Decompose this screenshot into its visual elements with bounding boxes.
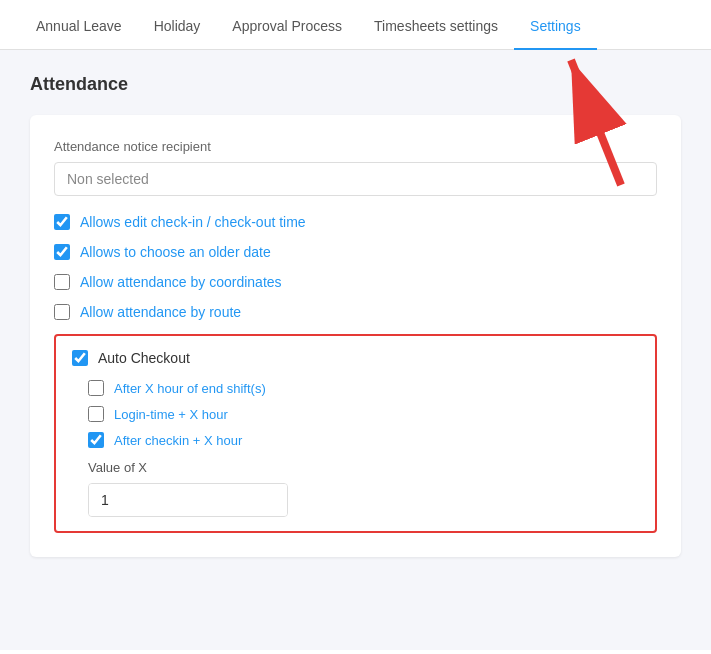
value-x-section: Value of X Hour [72,460,639,517]
tab-settings[interactable]: Settings [514,0,597,50]
checkbox-end-shift[interactable] [88,380,104,396]
auto-checkout-header: Auto Checkout [72,350,639,366]
settings-card: Attendance notice recipient Non selected… [30,115,681,557]
section-title: Attendance [30,74,681,95]
checkbox-label-coordinates[interactable]: Allow attendance by coordinates [80,274,282,290]
auto-checkout-label[interactable]: Auto Checkout [98,350,190,366]
checkbox-route[interactable] [54,304,70,320]
checkbox-row-edit-checkin: Allows edit check-in / check-out time [54,214,657,230]
sub-row-end-shift: After X hour of end shift(s) [72,380,639,396]
label-end-shift[interactable]: After X hour of end shift(s) [114,381,266,396]
value-x-input[interactable] [89,484,288,516]
checkbox-label-edit-checkin[interactable]: Allows edit check-in / check-out time [80,214,306,230]
label-login-time[interactable]: Login-time + X hour [114,407,228,422]
checkbox-row-older-date: Allows to choose an older date [54,244,657,260]
checkbox-label-route[interactable]: Allow attendance by route [80,304,241,320]
sub-row-login-time: Login-time + X hour [72,406,639,422]
tab-approval-process[interactable]: Approval Process [216,0,358,50]
checkbox-edit-checkin[interactable] [54,214,70,230]
tab-holiday[interactable]: Holiday [138,0,217,50]
tabs-nav: Annual Leave Holiday Approval Process Ti… [0,0,711,50]
tab-timesheets-settings[interactable]: Timesheets settings [358,0,514,50]
checkbox-older-date[interactable] [54,244,70,260]
checkbox-coordinates[interactable] [54,274,70,290]
value-input-row: Hour [88,483,288,517]
checkbox-login-time[interactable] [88,406,104,422]
recipient-label: Attendance notice recipient [54,139,657,154]
checkbox-row-route: Allow attendance by route [54,304,657,320]
content-area: Attendance Attendance notice recipient N… [0,50,711,650]
page-wrapper: Annual Leave Holiday Approval Process Ti… [0,0,711,654]
sub-row-after-checkin: After checkin + X hour [72,432,639,448]
tab-annual-leave[interactable]: Annual Leave [20,0,138,50]
recipient-select[interactable]: Non selected [54,162,657,196]
checkbox-auto-checkout[interactable] [72,350,88,366]
checkbox-after-checkin[interactable] [88,432,104,448]
label-after-checkin[interactable]: After checkin + X hour [114,433,242,448]
checkbox-row-coordinates: Allow attendance by coordinates [54,274,657,290]
auto-checkout-box: Auto Checkout After X hour of end shift(… [54,334,657,533]
value-x-label: Value of X [88,460,639,475]
checkbox-label-older-date[interactable]: Allows to choose an older date [80,244,271,260]
